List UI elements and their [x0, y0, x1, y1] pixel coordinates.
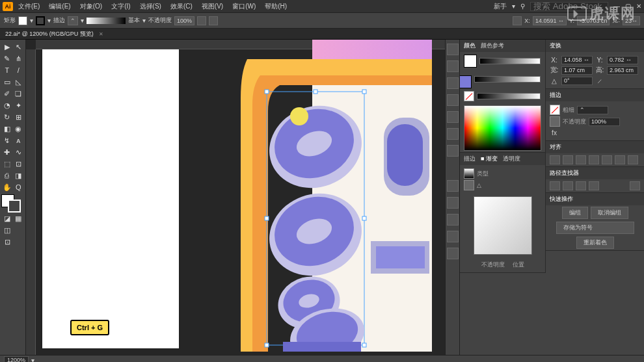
color-guide-tab[interactable]: 颜色参考 [481, 42, 504, 50]
panel-tab-icon[interactable] [447, 180, 459, 192]
panel-tab-icon[interactable] [447, 231, 459, 242]
y-input[interactable]: -3.0703 cn [577, 16, 610, 25]
recolor-icon[interactable] [209, 16, 218, 25]
curvature-tool[interactable]: ⋔ [13, 53, 25, 64]
tint-slider[interactable] [474, 76, 541, 83]
stroke-color-icon[interactable] [8, 200, 21, 213]
maximize-icon[interactable]: ▢ [625, 3, 631, 10]
basic-label[interactable]: 基本 [128, 16, 140, 25]
gradient-swatch[interactable] [464, 168, 474, 179]
gradient-preview[interactable] [474, 196, 532, 255]
free-transform-tool[interactable]: ⊞ [13, 111, 25, 123]
panel-tab-icon[interactable] [447, 77, 459, 89]
symbol-tool[interactable]: ⬚ [1, 158, 13, 170]
selection-tool[interactable]: ▶ [1, 41, 13, 53]
align-vcenter-icon[interactable] [602, 155, 612, 164]
opacity-field[interactable]: 100% [589, 118, 620, 126]
transparency-tab[interactable]: 透明度 [503, 155, 520, 163]
panel-tab-icon[interactable] [447, 197, 459, 209]
angle-field[interactable] [561, 77, 593, 85]
unite-icon[interactable] [550, 181, 560, 190]
chevron-down-icon[interactable]: ▾ [142, 17, 146, 24]
rotate-tool[interactable]: ◔ [1, 99, 13, 111]
line-tool[interactable]: / [13, 64, 25, 76]
hand-tool[interactable]: ✋ [1, 181, 13, 193]
panel-tab-icon[interactable] [447, 145, 459, 157]
menu-object[interactable]: 对象(O) [76, 1, 106, 12]
tint-slider[interactable] [479, 58, 541, 64]
chevron-down-icon[interactable]: ▾ [47, 17, 51, 24]
document-tab[interactable]: 22.ai* @ 1200% (RGB/GPU 预览) [5, 30, 94, 38]
color-spectrum[interactable] [464, 105, 541, 151]
draw-mode-icon[interactable]: ◫ [1, 224, 13, 236]
shear-icon[interactable]: ⟋ [595, 76, 604, 85]
brush-preview[interactable] [87, 18, 126, 24]
none-icon[interactable] [464, 91, 474, 101]
weight-field[interactable]: ⌃ [577, 106, 608, 114]
minus-front-icon[interactable] [563, 181, 573, 190]
artboard-tool[interactable]: ⎙ [1, 170, 13, 181]
graph-tool[interactable]: ⊡ [13, 158, 25, 170]
align-right-icon[interactable] [576, 155, 586, 164]
chevron-down-icon[interactable]: ▾ [81, 17, 84, 24]
close-tab-icon[interactable]: ✕ [99, 31, 103, 37]
tint-slider[interactable] [477, 93, 541, 99]
ruler-vertical[interactable] [26, 49, 36, 355]
zoom-level[interactable]: 1200% [4, 356, 29, 362]
intersect-icon[interactable] [576, 181, 586, 190]
gradient-mode-icon[interactable]: ▦ [13, 213, 25, 224]
type-tool[interactable]: T [1, 64, 13, 76]
shape-builder-tool[interactable]: ◧ [1, 123, 13, 135]
stroke-panel-tab[interactable]: 描边 [550, 91, 561, 99]
direct-selection-tool[interactable]: ↖ [13, 41, 25, 53]
panel-tab-icon[interactable] [447, 214, 459, 226]
x-field[interactable] [561, 56, 593, 64]
save-symbol-button[interactable]: 存储为符号 [556, 222, 634, 234]
opacity-input[interactable]: 100% [174, 16, 195, 25]
menu-file[interactable]: 文件(E) [14, 1, 44, 12]
eraser-tool[interactable]: ❏ [13, 88, 25, 99]
stroke-weight-input[interactable]: ⌃ [68, 16, 78, 25]
fill-toggle-icon[interactable] [464, 180, 474, 190]
paintbrush-tool[interactable]: ◺ [13, 76, 25, 88]
menu-window[interactable]: 窗口(W) [228, 1, 260, 12]
fx-icon[interactable]: fx [550, 128, 559, 137]
close-icon[interactable]: ✕ [636, 3, 641, 10]
mesh-tool[interactable]: ↯ [1, 135, 13, 146]
align-left-icon[interactable] [550, 155, 560, 164]
rectangle-tool[interactable]: ▭ [1, 76, 13, 88]
menu-effect[interactable]: 效果(C) [167, 1, 196, 12]
stroke-tab[interactable]: 描边 [464, 155, 476, 163]
align-tab[interactable]: 对齐 [550, 143, 561, 151]
canvas[interactable]: Ctrl + G [26, 40, 445, 355]
scale-tool[interactable]: ✦ [13, 99, 25, 111]
chevron-down-icon[interactable]: ▾ [512, 3, 515, 10]
chevron-down-icon[interactable]: ▾ [31, 357, 34, 363]
slice-tool[interactable]: ◨ [13, 170, 25, 181]
style-icon[interactable] [197, 16, 206, 25]
menu-help[interactable]: 帮助(H) [261, 1, 291, 12]
gradient-tab[interactable]: ■ 渐变 [481, 155, 498, 163]
search-stock-input[interactable] [530, 2, 608, 11]
fill-swatch-icon[interactable] [464, 55, 477, 68]
menu-edit[interactable]: 编辑(E) [45, 1, 74, 12]
distribute-icon[interactable] [628, 155, 638, 164]
stroke-swatch-icon[interactable] [459, 75, 472, 88]
align-top-icon[interactable] [589, 155, 599, 164]
align-hcenter-icon[interactable] [563, 155, 573, 164]
y-field[interactable] [607, 56, 638, 64]
panel-tab-icon[interactable] [447, 44, 459, 55]
pathfinder-tab[interactable]: 路径查找器 [550, 169, 579, 177]
panel-tab-icon[interactable] [447, 60, 459, 72]
w-field[interactable] [561, 66, 593, 75]
quick-actions-tab[interactable]: 快速操作 [550, 195, 573, 203]
w-input[interactable]: 23↔ [623, 16, 640, 25]
chevron-down-icon[interactable]: ▾ [30, 17, 33, 24]
blend-tool[interactable]: ∿ [13, 146, 25, 158]
color-swatches[interactable] [1, 194, 22, 213]
x-input[interactable]: 14.0591 ↔ [533, 16, 567, 25]
panel-tab-icon[interactable] [447, 128, 459, 140]
exclude-icon[interactable] [589, 181, 599, 190]
pencil-tool[interactable]: ✐ [1, 88, 13, 99]
gradient-tool[interactable]: ᴀ [13, 135, 25, 146]
